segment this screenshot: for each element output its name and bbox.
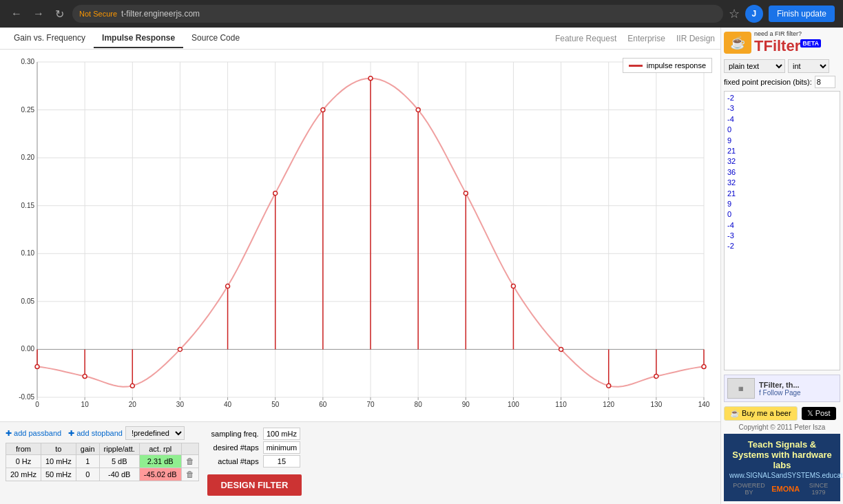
follow-page-label: Follow Page [763,389,801,397]
actual-taps-value: 15 [263,455,301,468]
table-row: 0 Hz 10 mHz 1 5 dB 2.31 dB 🗑 [6,455,199,468]
impulse-response-chart [3,55,718,421]
back-button[interactable]: ← [8,5,25,23]
top-nav: Gain vs. Frequency Impulse Response Sour… [0,28,720,50]
coeff-12: 0 [727,209,837,220]
sampling-freq-value[interactable]: 100 mHz [263,428,301,440]
reload-button[interactable]: ↻ [52,5,67,23]
desired-taps-value[interactable]: minimum [263,441,301,454]
col-act-rpl: act. rpl [139,443,181,455]
precision-label: fixed point precision (bits): [724,78,812,86]
design-filter-button[interactable]: DESIGN FILTER [207,474,302,496]
logo-need-text: need a FIR filter? [754,30,821,37]
chart-legend: impulse response [623,58,712,73]
browser-chrome: ← → ↻ Not Secure t-filter.engineerjs.com… [0,0,843,28]
legend-label: impulse response [647,61,706,70]
row1-gain: 1 [76,455,99,468]
bookmark-icon[interactable]: ☆ [729,6,740,21]
coeff-11: 9 [727,199,837,209]
security-warning: Not Secure [79,10,117,18]
row2-to: 50 mHz [41,468,76,481]
sampling-freq-label: sampling freq. [209,428,262,440]
feature-request-link[interactable]: Feature Request [555,34,616,43]
col-actions [181,443,198,455]
tab-impulse[interactable]: Impulse Response [94,29,183,48]
beta-badge: BETA [800,39,821,48]
address-bar[interactable]: Not Secure t-filter.engineerjs.com [72,5,723,23]
tfilter-logo: ☕ need a FIR filter? TFilterBETA [724,30,840,55]
app-container: Gain vs. Frequency Impulse Response Sour… [0,28,843,504]
add-passband-link[interactable]: ✚ add passband [6,429,61,438]
precision-input[interactable] [815,76,835,88]
coeff-6: 21 [727,146,837,156]
row2-act-rpl: -45.02 dB [139,468,181,481]
table-row: 20 mHz 50 mHz 0 -40 dB -45.02 dB 🗑 [6,468,199,481]
coeff-5: 9 [727,136,837,146]
coeff-8: 36 [727,167,837,178]
row1-act-rpl: 2.31 dB [139,455,181,468]
coeff-14: -3 [727,231,837,241]
forward-button[interactable]: → [30,5,47,23]
ad-banner: Teach Signals & Systems with hardware la… [724,434,840,501]
coeff-3: -4 [727,114,837,125]
row2-ripple: -40 dB [99,468,139,481]
iir-design-link[interactable]: IIR Design [676,34,715,43]
format-select[interactable]: plain text C array C++ array Python arra… [724,59,785,73]
legend-line-icon [629,65,643,67]
add-band-row: ✚ add passband ✚ add stopband !predefine… [6,426,199,440]
emona-logo: EMONA [771,485,800,493]
fb-icon: f [759,389,761,397]
buy-coffee-button[interactable]: ☕ Buy me a beer [724,406,798,421]
right-sidebar: ☕ need a FIR filter? TFilterBETA plain t… [720,28,843,504]
finish-update-button[interactable]: Finish update [769,6,835,22]
plus-icon2: ✚ [68,429,74,437]
coeff-2: -3 [727,103,837,114]
col-to: to [41,443,76,455]
col-gain: gain [76,443,99,455]
nav-right: Feature Request Enterprise IIR Design [555,34,715,43]
sampling-table: sampling freq. 100 mHz desired #taps min… [207,426,302,469]
precision-row: fixed point precision (bits): [724,76,840,88]
ad-url: www.SIGNALSandSYSTEMS.education [729,472,835,479]
plus-icon: ✚ [6,429,12,437]
type-select[interactable]: int float double [788,59,829,73]
row1-delete-button[interactable]: 🗑 [186,456,194,466]
follow-page-link[interactable]: f Follow Page [759,389,801,397]
filter-controls: ✚ add passband ✚ add stopband !predefine… [6,426,199,481]
logo-icon: ☕ [724,32,751,54]
row2-delete-button[interactable]: 🗑 [186,470,194,479]
coeff-10: 21 [727,189,837,199]
enterprise-link[interactable]: Enterprise [627,34,665,43]
tab-gain[interactable]: Gain vs. Frequency [6,29,94,48]
col-from: from [6,443,41,455]
tab-source[interactable]: Source Code [183,29,248,48]
follow-title: TFilter, th... [759,381,801,389]
add-stopband-label: add stopband [76,429,123,437]
desired-taps-label: desired #taps [209,441,262,454]
actual-taps-label: actual #taps [209,455,262,468]
x-post-button[interactable]: 𝕏 Post [802,407,836,420]
profile-avatar[interactable]: J [745,5,763,23]
chart-area: impulse response [0,50,720,421]
sampling-controls: sampling freq. 100 mHz desired #taps min… [207,426,302,496]
add-passband-label: add passband [14,429,61,437]
logo-name: TFilterBETA [754,37,821,55]
predefined-select[interactable]: !predefined lowpass highpass bandpass [125,426,185,440]
buy-row: ☕ Buy me a beer 𝕏 Post [724,406,840,421]
follow-thumbnail: ▦ [727,378,755,399]
coeff-7: 32 [727,156,837,167]
row2-from: 20 mHz [6,468,41,481]
main-area: Gain vs. Frequency Impulse Response Sour… [0,28,720,504]
row2-gain: 0 [76,468,99,481]
add-stopband-link[interactable]: ✚ add stopband [68,429,123,438]
copyright-text: Copyright © 2011 Peter Isza [724,423,840,431]
ad-footer: POWERED BY EMONA SINCE 1979 [729,482,835,496]
coeff-15: -2 [727,241,837,251]
bottom-controls: ✚ add passband ✚ add stopband !predefine… [0,421,720,504]
ad-title: Teach Signals & Systems with hardware la… [729,439,835,470]
coeff-9: 32 [727,178,837,188]
coeff-13: -4 [727,220,837,231]
coefficients-box: -2 -3 -4 0 9 21 32 36 32 21 9 0 -4 -3 -2 [724,91,840,370]
follow-box: ▦ TFilter, th... f Follow Page [724,375,840,402]
row1-from: 0 Hz [6,455,41,468]
